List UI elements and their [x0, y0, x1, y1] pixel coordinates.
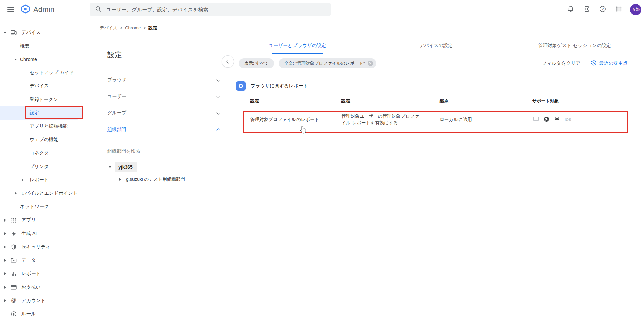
sidebar-item-label: アカウント	[21, 298, 46, 304]
sidebar-item-label: モバイルとエンドポイント	[20, 190, 78, 196]
org-unit-search-input[interactable]	[107, 146, 221, 156]
collapse-arrow-icon	[20, 178, 25, 182]
org-unit-root-label: yjk365	[115, 162, 137, 172]
tab-user-browser-settings[interactable]: ユーザーとブラウザの設定	[228, 37, 367, 54]
sidebar-item-label: データ	[21, 257, 36, 263]
sidebar-item-chrome-devices[interactable]: デバイス	[0, 79, 98, 93]
bell-icon	[567, 5, 574, 14]
sidebar-item-setup-guide[interactable]: セットアップ ガイド	[0, 66, 98, 79]
sidebar-item-label: コネクタ	[30, 150, 49, 156]
sidebar-item-label: アプリと拡張機能	[30, 123, 67, 129]
report-section-title: ブラウザに関するレポート	[251, 83, 308, 89]
sidebar-item-rules[interactable]: ルール	[0, 307, 98, 316]
clear-filters-button[interactable]: フィルタをクリア	[542, 60, 581, 66]
inheritance-cell: ローカルに適用	[440, 117, 532, 123]
sidebar-item-data[interactable]: データ	[0, 254, 98, 267]
sidebar-item-label: レポート	[30, 177, 49, 183]
collapse-arrow-icon	[3, 285, 7, 290]
table-header-row: 設定 設定 継承 サポート対象	[228, 93, 644, 108]
setting-name-cell[interactable]: 管理対象プロファイルのレポート	[250, 117, 341, 123]
col-header-setting: 設定	[250, 98, 341, 104]
devices-icon	[10, 29, 17, 36]
section-org-units[interactable]: 組織部門	[98, 121, 228, 138]
sidebar-item-reports[interactable]: レポート	[0, 267, 98, 280]
filter-chip-label: 全文: "管理対象プロファイルのレポート"	[284, 60, 365, 66]
section-label: ユーザー	[107, 93, 126, 100]
section-label: ブラウザ	[107, 77, 126, 83]
sidebar-item-gen-ai[interactable]: 生成 AI	[0, 227, 98, 240]
filter-chip-show-all[interactable]: 表示: すべて	[239, 58, 274, 68]
chrome-icon	[543, 116, 550, 123]
chevron-down-icon	[216, 94, 220, 98]
collapse-arrow-icon	[3, 271, 7, 276]
filter-chip-fulltext[interactable]: 全文: "管理対象プロファイルのレポート" ✕	[279, 58, 376, 68]
expand-arrow-icon	[109, 166, 111, 168]
notifications-button[interactable]	[564, 3, 577, 16]
global-search[interactable]	[90, 3, 331, 16]
sidebar-item-label: デバイス	[30, 83, 49, 89]
sidebar-item-apps[interactable]: アプリ	[0, 213, 98, 227]
sidebar-item-mobile-endpoints[interactable]: モバイルとエンドポイント	[0, 187, 98, 200]
close-icon[interactable]: ✕	[368, 61, 373, 66]
sidebar-item-label: お支払い	[21, 284, 41, 290]
help-button[interactable]: ?	[596, 3, 609, 16]
sidebar-item-connectors[interactable]: コネクタ	[0, 146, 98, 160]
left-nav: デバイス 概要 Chrome セットアップ ガイド デバイス 登録トークン 設定	[0, 19, 98, 316]
sidebar-item-label: デバイス	[21, 29, 41, 36]
org-unit-child[interactable]: g.suzuki のテスト用組織部門	[98, 176, 228, 182]
sidebar-item-label: 概要	[20, 43, 30, 49]
chevron-down-icon	[216, 111, 220, 114]
tasks-button[interactable]	[580, 3, 593, 16]
recent-changes-button[interactable]: 最近の変更点	[591, 60, 628, 67]
sidebar-item-printers[interactable]: プリンタ	[0, 160, 98, 173]
sidebar-item-overview[interactable]: 概要	[0, 39, 98, 53]
sidebar-item-enrollment-tokens[interactable]: 登録トークン	[0, 93, 98, 106]
tab-managed-guest-session-settings[interactable]: 管理対象ゲスト セッションの設定	[505, 37, 644, 54]
sidebar-item-apps-extensions[interactable]: アプリと拡張機能	[0, 120, 98, 133]
sidebar-item-chrome-reports[interactable]: レポート	[0, 173, 98, 187]
section-groups[interactable]: グループ	[98, 105, 228, 121]
settings-table: 設定 設定 継承 サポート対象 管理対象プロファイルのレポート 管理対象ユーザー…	[228, 93, 644, 131]
col-header-inheritance: 継承	[440, 98, 532, 104]
svg-text:@: @	[11, 297, 16, 303]
section-browser[interactable]: ブラウザ	[98, 72, 228, 88]
filter-bar: 表示: すべて 全文: "管理対象プロファイルのレポート" ✕ フィルタをクリア…	[228, 54, 644, 73]
collapse-arrow-icon	[3, 298, 7, 303]
admin-home-link[interactable]: Admin	[21, 4, 54, 15]
global-search-input[interactable]	[106, 7, 308, 12]
col-header-setting-value: 設定	[341, 98, 440, 104]
sidebar-item-settings[interactable]: 設定	[0, 106, 83, 120]
breadcrumb-chrome[interactable]: Chrome	[125, 25, 141, 30]
account-avatar[interactable]: 五郎	[630, 4, 641, 15]
apps-grid-icon	[615, 6, 622, 14]
org-unit-root[interactable]: yjk365	[98, 162, 228, 172]
section-users[interactable]: ユーザー	[98, 88, 228, 105]
sidebar-item-label: ルール	[21, 311, 36, 316]
section-label: グループ	[107, 110, 126, 116]
sidebar-item-account[interactable]: @ アカウント	[0, 294, 98, 307]
sidebar-item-web-features[interactable]: ウェブの機能	[0, 133, 98, 146]
main-menu-button[interactable]	[3, 2, 19, 18]
sidebar-item-billing[interactable]: お支払い	[0, 280, 98, 294]
sidebar-item-networks[interactable]: ネットワーク	[0, 200, 98, 213]
apps-launcher-button[interactable]	[612, 3, 625, 16]
sidebar-item-label: アプリ	[21, 217, 36, 223]
breadcrumb-separator: >	[143, 26, 146, 30]
sidebar-item-chrome[interactable]: Chrome	[0, 53, 98, 66]
collapse-arrow-icon	[13, 191, 18, 196]
sidebar-item-security[interactable]: セキュリティ	[0, 240, 98, 254]
collapse-panel-button[interactable]	[222, 55, 234, 68]
settings-filter-panel: 設定 ブラウザ ユーザー グループ 組織部門	[98, 37, 228, 316]
breadcrumb-devices[interactable]: デバイス	[100, 25, 117, 31]
breadcrumb-separator: >	[120, 26, 122, 30]
sidebar-item-label: 生成 AI	[21, 231, 37, 237]
sidebar-item-devices[interactable]: デバイス	[0, 26, 98, 39]
tab-device-settings[interactable]: デバイスの設定	[367, 37, 505, 54]
gear-icon	[236, 81, 246, 91]
org-unit-child-label: g.suzuki のテスト用組織部門	[126, 176, 185, 182]
sidebar-item-label: ネットワーク	[20, 204, 49, 210]
sidebar-item-label: 設定	[30, 110, 39, 116]
table-row[interactable]: 管理対象プロファイルのレポート 管理対象ユーザーの管理対象プロファイル レポート…	[228, 108, 644, 131]
settings-results: ユーザーとブラウザの設定 デバイスの設定 管理対象ゲスト セッションの設定 表示…	[228, 37, 644, 316]
breadcrumb-current: 設定	[149, 25, 157, 31]
